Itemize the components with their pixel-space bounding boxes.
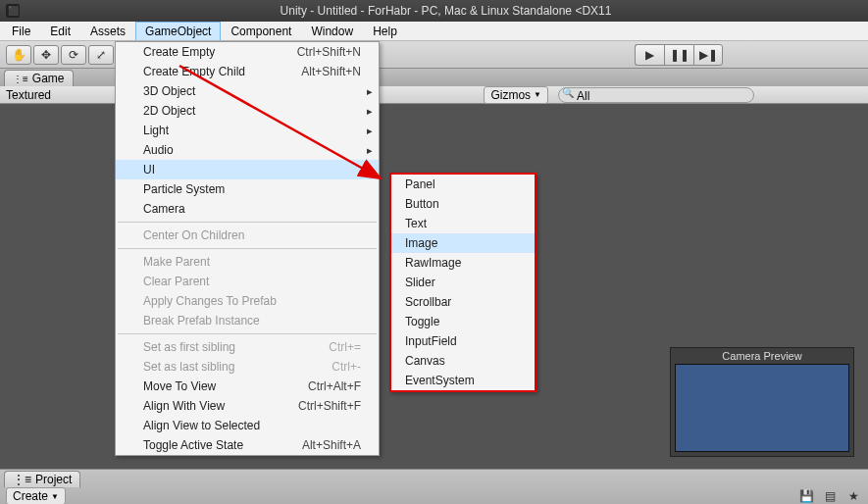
separator (118, 248, 377, 249)
menu-particle-system[interactable]: Particle System (116, 179, 379, 199)
menu-assets[interactable]: Assets (80, 22, 135, 40)
submenu-toggle[interactable]: Toggle (391, 312, 535, 331)
submenu-slider[interactable]: Slider (391, 273, 535, 292)
camera-preview-title: Camera Preview (671, 348, 853, 364)
project-panel: ⋮≡ Project Create ▼ 💾 ▤ ★ (0, 469, 868, 504)
submenu-scrollbar[interactable]: Scrollbar (391, 292, 535, 312)
menu-bar: File Edit Assets GameObject Component Wi… (0, 22, 868, 41)
gameobject-dropdown: Create Empty Ctrl+Shift+N Create Empty C… (115, 41, 380, 456)
star-icon[interactable]: ★ (844, 488, 862, 504)
menu-create-empty[interactable]: Create Empty Ctrl+Shift+N (116, 42, 379, 62)
play-controls: ▶ ❚❚ ▶❚ (635, 44, 723, 66)
tool-move-button[interactable]: ✥ (33, 45, 59, 65)
menu-edit[interactable]: Edit (40, 22, 80, 40)
menu-make-parent: Make Parent (116, 252, 379, 272)
gizmos-dropdown[interactable]: Gizmos▼ (484, 86, 548, 104)
menu-help[interactable]: Help (363, 22, 407, 40)
menu-audio[interactable]: Audio (116, 140, 379, 160)
chevron-down-icon: ▼ (534, 90, 541, 99)
menu-ui[interactable]: UI (116, 160, 379, 179)
window-title: Unity - Untitled - ForHabr - PC, Mac & L… (29, 4, 862, 18)
tab-project[interactable]: ⋮≡ Project (4, 471, 80, 487)
submenu-text[interactable]: Text (391, 214, 535, 233)
menu-set-last-sibling: Set as last sibling Ctrl+- (116, 357, 379, 377)
move-icon: ✥ (41, 48, 51, 62)
unity-logo-icon: ⬛ (6, 4, 20, 18)
step-button[interactable]: ▶❚ (693, 44, 723, 66)
menu-clear-parent: Clear Parent (116, 272, 379, 291)
camera-preview-body (675, 364, 849, 452)
menu-3d-object[interactable]: 3D Object (116, 81, 379, 101)
menu-move-to-view[interactable]: Move To View Ctrl+Alt+F (116, 377, 379, 396)
tab-options-icon: ⋮≡ (13, 473, 31, 486)
hand-icon: ✋ (12, 48, 26, 62)
tool-rotate-button[interactable]: ⟳ (61, 45, 86, 65)
submenu-canvas[interactable]: Canvas (391, 351, 535, 371)
menu-break-prefab: Break Prefab Instance (116, 311, 379, 330)
menu-2d-object[interactable]: 2D Object (116, 101, 379, 121)
menu-light[interactable]: Light (116, 121, 379, 140)
tab-options-icon: ⋮≡ (13, 74, 28, 84)
menu-gameobject[interactable]: GameObject (135, 22, 221, 40)
menu-set-first-sibling: Set as first sibling Ctrl+= (116, 337, 379, 357)
ui-submenu: Panel Button Text Image RawImage Slider … (389, 173, 536, 392)
filter-icon[interactable]: ▤ (821, 488, 839, 504)
menu-center-on-children: Center On Children (116, 226, 379, 245)
tab-game[interactable]: ⋮≡ Game (4, 70, 74, 86)
separator (118, 333, 377, 334)
submenu-inputfield[interactable]: InputField (391, 331, 535, 351)
tool-scale-button[interactable]: ⤢ (88, 45, 114, 65)
menu-camera[interactable]: Camera (116, 199, 379, 219)
pause-icon: ❚❚ (670, 48, 689, 62)
rotate-icon: ⟳ (69, 48, 78, 62)
menu-window[interactable]: Window (301, 22, 363, 40)
pause-button[interactable]: ❚❚ (664, 44, 693, 66)
camera-preview-panel: Camera Preview (670, 347, 854, 457)
tab-game-label: Game (32, 72, 65, 85)
play-icon: ▶ (645, 48, 654, 62)
menu-component[interactable]: Component (221, 22, 301, 40)
menu-create-empty-child[interactable]: Create Empty Child Alt+Shift+N (116, 62, 379, 81)
separator (118, 222, 377, 223)
textured-dropdown[interactable]: Textured (6, 88, 51, 102)
create-dropdown[interactable]: Create ▼ (6, 487, 66, 504)
submenu-eventsystem[interactable]: EventSystem (391, 371, 535, 390)
submenu-image[interactable]: Image (391, 233, 535, 253)
submenu-button[interactable]: Button (391, 194, 535, 214)
tab-project-label: Project (35, 473, 72, 486)
save-icon[interactable]: 💾 (797, 488, 815, 504)
chevron-down-icon: ▼ (51, 492, 59, 501)
menu-align-with-view[interactable]: Align With View Ctrl+Shift+F (116, 396, 379, 416)
step-icon: ▶❚ (699, 48, 718, 62)
scale-icon: ⤢ (96, 48, 106, 62)
search-input[interactable]: All (558, 87, 754, 103)
menu-apply-prefab: Apply Changes To Prefab (116, 291, 379, 311)
tool-hand-button[interactable]: ✋ (6, 45, 31, 65)
menu-align-view-to-selected[interactable]: Align View to Selected (116, 416, 379, 435)
menu-file[interactable]: File (2, 22, 40, 40)
menu-toggle-active-state[interactable]: Toggle Active State Alt+Shift+A (116, 435, 379, 455)
window-titlebar: ⬛ Unity - Untitled - ForHabr - PC, Mac &… (0, 0, 868, 22)
submenu-panel[interactable]: Panel (391, 175, 535, 194)
submenu-rawimage[interactable]: RawImage (391, 253, 535, 273)
play-button[interactable]: ▶ (635, 44, 664, 66)
